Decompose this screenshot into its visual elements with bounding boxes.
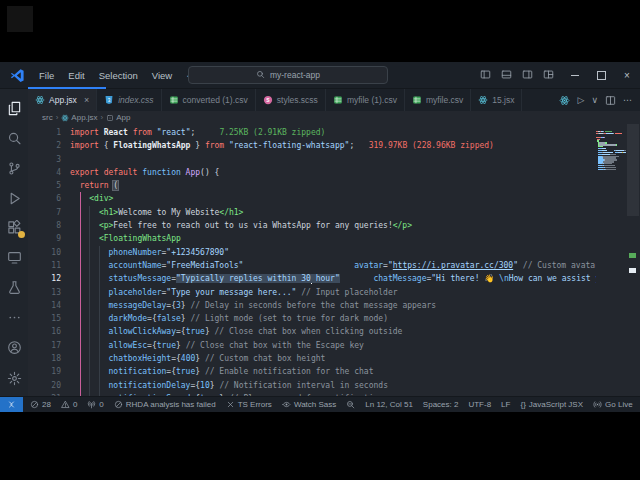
breadcrumb-label: App <box>116 113 130 122</box>
status-go-live[interactable]: Go Live <box>588 397 638 412</box>
react-icon <box>61 114 69 122</box>
code-line-16[interactable]: allowClickAway={true} // Close chat box … <box>70 325 640 338</box>
code-line-6[interactable]: <div> <box>70 192 640 205</box>
status-watch-sass[interactable]: Watch Sass <box>277 397 341 412</box>
toggle-panel-icon[interactable] <box>501 66 512 84</box>
activity-search-icon[interactable] <box>0 124 28 154</box>
maximize-button[interactable] <box>588 62 614 88</box>
status-problems-warnings[interactable]: 0 <box>56 397 82 412</box>
search-text: my-react-app <box>270 70 320 80</box>
code-line-5[interactable]: return ( <box>70 179 640 192</box>
tab-label: styles.scss <box>277 95 318 105</box>
line-number: 15 <box>28 312 61 325</box>
close-button[interactable]: × <box>614 62 640 88</box>
editor-more-actions[interactable]: ⋯ <box>623 95 632 105</box>
customize-layout-icon[interactable] <box>543 66 554 84</box>
vscode-window: FileEditSelectionView⋯ ← → my-react-app … <box>0 62 640 412</box>
status-bar: 2800RHDA analysis has failedTS ErrorsWat… <box>0 396 640 412</box>
code-line-15[interactable]: darkMode={false} // Light mode (set to t… <box>70 312 640 325</box>
status-zoom-out[interactable] <box>341 397 360 412</box>
activity-run-debug-icon[interactable] <box>0 183 28 213</box>
activity-files-icon[interactable] <box>0 94 28 124</box>
code-line-3[interactable] <box>70 153 640 166</box>
status-encoding[interactable]: UTF-8 <box>463 397 496 412</box>
code-line-20[interactable]: notificationDelay={10} // Notification i… <box>70 379 640 392</box>
code-line-1[interactable]: import React from "react"; 7.25KB (2.91K… <box>70 126 640 139</box>
code-editor[interactable]: 123456789101112131415161718192021 import… <box>28 124 640 396</box>
status-ts-errors[interactable]: TS Errors <box>221 397 277 412</box>
radio-tower-icon <box>87 400 96 409</box>
line-numbers-gutter: 123456789101112131415161718192021 <box>28 126 61 396</box>
status-language-mode[interactable]: {}JavaScript JSX <box>515 397 588 412</box>
activity-source-control-icon[interactable] <box>0 154 28 184</box>
breadcrumb-item-src[interactable]: src <box>42 113 53 122</box>
minimap-line <box>596 133 626 134</box>
run-react-icon[interactable] <box>559 95 570 106</box>
code-line-12[interactable]: statusMessage="Typically replies within … <box>70 272 640 285</box>
code-line-21[interactable]: notificationSound={true} // Play a sound… <box>70 392 640 396</box>
code-line-10[interactable]: phoneNumber="+1234567890" <box>70 246 640 259</box>
run-dropdown-chevron[interactable]: ∨ <box>591 95 598 105</box>
menu-edit[interactable]: Edit <box>61 63 91 88</box>
eye-icon <box>282 400 291 409</box>
command-center-search[interactable]: my-react-app <box>188 66 388 84</box>
code-line-7[interactable]: <h1>Welcome to My Website</h1> <box>70 206 640 219</box>
code-content[interactable]: import React from "react"; 7.25KB (2.91K… <box>70 126 640 396</box>
editor-actions: ▷∨⋯ <box>551 89 640 111</box>
activity-extensions-icon[interactable] <box>0 213 28 243</box>
activity-remote-explorer-icon[interactable] <box>0 243 28 273</box>
minimize-button[interactable] <box>562 62 588 88</box>
toggle-sidebar-icon[interactable] <box>480 66 491 84</box>
editor-scrollbar[interactable] <box>626 124 640 396</box>
error-icon <box>30 400 39 409</box>
split-editor-button[interactable] <box>605 95 616 106</box>
scrollbar-slider[interactable] <box>627 124 639 216</box>
code-line-4[interactable]: export default function App() { <box>70 166 640 179</box>
css-icon: 3 <box>104 95 114 105</box>
toggle-secondary-sidebar-icon[interactable] <box>522 66 533 84</box>
status-eol[interactable]: LF <box>496 397 515 412</box>
status-problems-errors[interactable]: 28 <box>25 397 56 412</box>
tab-styles.scss[interactable]: Sstyles.scss <box>256 89 326 111</box>
activity-account-icon[interactable] <box>0 332 28 363</box>
minimap[interactable] <box>596 124 626 396</box>
code-line-9[interactable]: <FloatingWhatsApp <box>70 232 640 245</box>
code-line-11[interactable]: accountName="FreeMediaTools" avatar="htt… <box>70 259 640 272</box>
status-rhda-status[interactable]: RHDA analysis has failed <box>109 397 221 412</box>
run-button[interactable]: ▷ <box>577 95 584 105</box>
activity-settings-icon[interactable] <box>0 363 28 394</box>
activity-testing-icon[interactable] <box>0 273 28 303</box>
zoom-out-icon <box>346 400 355 409</box>
menu-selection[interactable]: Selection <box>92 63 145 88</box>
csv-icon <box>333 95 343 105</box>
activity-more-icon[interactable] <box>0 302 28 332</box>
status-indentation[interactable]: Spaces: 2 <box>418 397 464 412</box>
code-line-2[interactable]: import { FloatingWhatsApp } from "react-… <box>70 139 640 152</box>
tab-15.jsx[interactable]: 15.jsx <box>471 89 522 111</box>
tab-app.jsx[interactable]: App.jsx× <box>28 89 97 111</box>
status-label: 28 <box>42 400 51 409</box>
tab-myfile-1-.csv[interactable]: myfile (1).csv <box>326 89 405 111</box>
line-number: 16 <box>28 325 61 338</box>
tab-converted-1-.csv[interactable]: converted (1).csv <box>162 89 256 111</box>
status-forwarded-ports[interactable]: 0 <box>82 397 108 412</box>
code-line-8[interactable]: <p>Feel free to reach out to us via What… <box>70 219 640 232</box>
tab-index.css[interactable]: 3index.css <box>97 89 161 111</box>
line-number: 4 <box>28 166 61 179</box>
menu-file[interactable]: File <box>32 63 61 88</box>
code-line-13[interactable]: placeholder="Type your message here..." … <box>70 286 640 299</box>
tab-myfile.csv[interactable]: myfile.csv <box>405 89 471 111</box>
menu-view[interactable]: View <box>145 63 179 88</box>
status-label: UTF-8 <box>468 400 491 409</box>
code-line-14[interactable]: messageDelay={3} // Delay in seconds bef… <box>70 299 640 312</box>
code-line-19[interactable]: notification={true} // Enable notificati… <box>70 365 640 378</box>
breadcrumb-item-app[interactable]: App <box>106 113 130 122</box>
status-remote-indicator[interactable] <box>0 397 23 412</box>
csv-icon <box>169 95 179 105</box>
status-cursor-position[interactable]: Ln 12, Col 51 <box>360 397 418 412</box>
code-line-17[interactable]: allowEsc={true} // Close chat box with t… <box>70 339 640 352</box>
breadcrumb-item-app.jsx[interactable]: App.jsx <box>61 113 97 122</box>
code-line-18[interactable]: chatboxHeight={400} // Custom chat box h… <box>70 352 640 365</box>
react-icon <box>478 95 488 105</box>
tab-close-icon[interactable]: × <box>84 95 89 105</box>
